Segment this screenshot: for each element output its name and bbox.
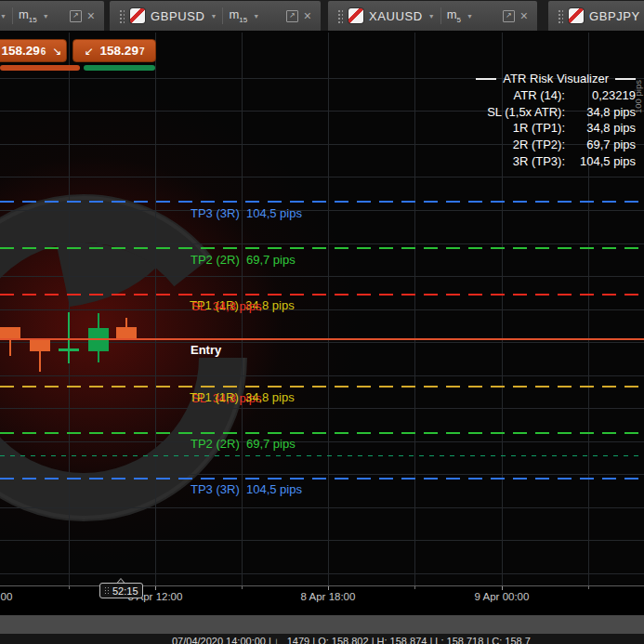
popout-icon[interactable]: ↗ [503, 10, 515, 22]
tab-separator [222, 7, 223, 24]
symbol-flag-icon [348, 8, 363, 23]
popout-icon[interactable]: ↗ [286, 10, 298, 22]
chevron-down-icon[interactable]: ▼ [253, 13, 259, 20]
grid-line-horizontal [0, 540, 644, 541]
tab-drag-handle-icon[interactable] [337, 8, 343, 23]
axis-tick-major [328, 586, 329, 590]
timeframe-selector[interactable]: m15 [229, 7, 247, 24]
grid-line-horizontal [0, 375, 644, 376]
tab-separator [440, 7, 441, 24]
buy-button[interactable]: ↙ 158.297 [72, 39, 156, 62]
grid-line-horizontal [0, 408, 644, 409]
status-bar: 07/04/2020 14:00:00 | ∟ 1479 | O: 158.80… [0, 634, 644, 644]
buy-arrow-icon: ↙ [85, 45, 94, 58]
chevron-down-icon[interactable]: ▼ [428, 13, 435, 20]
buy-price: 158.297 [100, 44, 145, 58]
panel-row-value: 34,8 pips [565, 104, 636, 121]
axis-tick-minor [242, 586, 243, 589]
chevron-down-icon[interactable]: ▼ [467, 13, 473, 20]
axis-tick-minor [69, 586, 70, 589]
panel-row: SL (1,5x ATR):34,8 pips [476, 104, 636, 121]
horizontal-scrollbar[interactable] [0, 615, 644, 634]
buy-price-frac: 7 [139, 46, 145, 57]
chevron-down-icon[interactable]: ▼ [0, 13, 7, 20]
tab-drag-handle-icon[interactable] [119, 8, 125, 23]
candle-body [30, 339, 50, 351]
panel-row-value: 104,5 pips [565, 153, 636, 170]
panel-row-value: 69,7 pips [565, 137, 636, 153]
grid-line-horizontal [0, 441, 644, 442]
chart-tab-xauusd[interactable]: XAUUSD ▼ m5 ▼ ↗ × [328, 1, 537, 31]
level-label: TP2 (2R) 69,7 pips [191, 253, 296, 267]
panel-title: ATR Risk Visualizer [476, 71, 636, 87]
buy-price-main: 158.29 [100, 44, 138, 58]
axis-time-label: 8 Apr 18:00 [301, 591, 356, 602]
chart-tab-gbpjpy[interactable]: GBPJPY [548, 1, 644, 31]
axis-time-label: 9 Apr 00:00 [475, 591, 530, 602]
level-line [0, 386, 644, 388]
panel-row-label: SL (1,5x ATR): [487, 105, 565, 119]
chart-tab-bar: ▼ m15 ▼ ↗ × GBPUSD ▼ m15 ▼ ↗ × XAUUSD ▼ … [0, 0, 644, 31]
buy-spread-bar [84, 65, 155, 71]
level-label: TP2 (2R) 69,7 pips [191, 437, 296, 451]
tab-separator [12, 7, 13, 24]
scale-range-label: 100 pips [633, 75, 644, 118]
panel-rows: ATR (14):0,23219SL (1,5x ATR):34,8 pips1… [476, 87, 636, 170]
sell-spread-bar [0, 65, 80, 71]
panel-row-label: ATR (14): [514, 88, 565, 102]
axis-tick-minor [588, 586, 589, 589]
symbol-flag-icon [130, 8, 145, 23]
axis-tick-minor [414, 586, 415, 589]
symbol-flag-icon [569, 8, 584, 23]
tab-drag-handle-icon[interactable] [558, 8, 563, 23]
candle-body [59, 348, 79, 351]
sell-price: 158.296 [2, 44, 46, 58]
grid-line-horizontal [0, 210, 644, 211]
sell-price-frac: 6 [41, 46, 46, 57]
level-label: TP3 (3R) 104,5 pips [191, 206, 302, 220]
time-axis-line [0, 585, 644, 586]
grid-line-horizontal [0, 507, 644, 508]
chevron-down-icon[interactable]: ▼ [211, 13, 217, 20]
atr-risk-panel: ATR Risk Visualizer ATR (14):0,23219SL (… [476, 71, 636, 170]
grid-line-horizontal [0, 276, 644, 277]
sell-button[interactable]: 158.296 ↘ [0, 39, 67, 62]
level-line [0, 338, 644, 340]
tab-symbol-label: GBPJPY [589, 9, 640, 23]
ohlc-readout: 07/04/2020 14:00:00 | ∟ 1479 | O: 158.80… [172, 636, 531, 644]
tooltip-grip-icon [104, 586, 109, 596]
axis-tick-major [155, 586, 156, 590]
chart-tab-partial[interactable]: ▼ m15 ▼ ↗ × [0, 1, 104, 31]
close-icon[interactable]: × [304, 9, 311, 22]
panel-row-label: 2R (TP2): [513, 138, 565, 151]
popout-icon[interactable]: ↗ [70, 10, 82, 22]
panel-title-text: ATR Risk Visualizer [503, 71, 609, 87]
chevron-down-icon[interactable]: ▼ [43, 13, 49, 20]
panel-row: 3R (TP3):104,5 pips [476, 153, 636, 170]
level-line [0, 432, 644, 434]
panel-title-rule [476, 78, 496, 80]
panel-row: ATR (14):0,23219 [476, 87, 636, 104]
bar-countdown-tooltip: 52:15 [99, 583, 143, 598]
timeframe-selector[interactable]: m5 [447, 7, 461, 24]
tab-symbol-label: GBPUSD [151, 9, 205, 23]
level-label: TP3 (3R) 104,5 pips [191, 482, 302, 496]
panel-row-label: 1R (TP1): [513, 121, 565, 135]
timeframe-selector[interactable]: m15 [19, 7, 37, 24]
grid-line-horizontal [0, 573, 644, 574]
level-label: TP1 (1R) 34,8 pips [190, 390, 295, 404]
panel-row-label: 3R (TP3): [513, 154, 565, 168]
sell-arrow-icon: ↘ [52, 45, 61, 58]
panel-row-value: 34,8 pips [565, 120, 636, 137]
panel-row: 2R (TP2):69,7 pips [476, 137, 636, 153]
tab-symbol-label: XAUUSD [369, 9, 423, 23]
axis-tick-major [502, 586, 503, 590]
time-axis[interactable]: 008 Apr 12:008 Apr 18:009 Apr 00:00 52:1… [0, 585, 644, 615]
close-icon[interactable]: × [520, 9, 528, 22]
grid-line-horizontal [0, 177, 644, 177]
close-icon[interactable]: × [87, 9, 95, 22]
chart-tab-gbpusd[interactable]: GBPUSD ▼ m15 ▼ ↗ × [110, 1, 321, 31]
level-label: SL 34,8 pips [191, 299, 261, 313]
panel-row: 1R (TP1):34,8 pips [476, 120, 636, 137]
level-line [0, 201, 644, 203]
